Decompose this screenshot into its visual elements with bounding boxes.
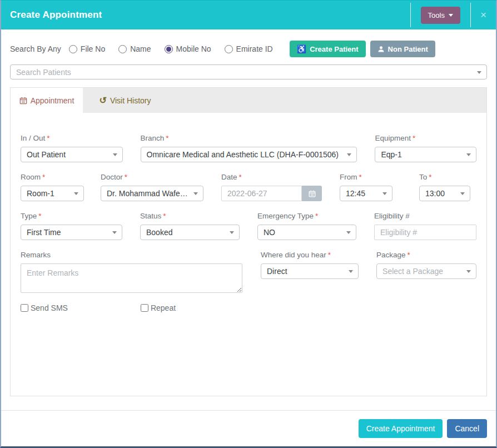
status-label: Status* bbox=[140, 212, 240, 220]
tab-appointment-label: Appointment bbox=[31, 96, 74, 105]
to-time-value: 13:00 bbox=[425, 189, 445, 198]
room-select[interactable]: Room-1 bbox=[21, 186, 84, 201]
eligibility-input[interactable] bbox=[374, 225, 476, 240]
chevron-down-icon bbox=[349, 270, 353, 273]
send-sms-checkbox-input[interactable] bbox=[21, 304, 28, 312]
radio-file-no-label: File No bbox=[81, 44, 105, 53]
emergency-type-label: Emergency Type* bbox=[257, 212, 356, 220]
create-appointment-modal: Create Appointment Tools × Search By Any… bbox=[0, 0, 497, 448]
chevron-down-icon bbox=[74, 192, 78, 195]
create-patient-button[interactable]: ♿ Create Patient bbox=[290, 41, 366, 57]
create-appointment-button[interactable]: Create Appointment bbox=[359, 419, 443, 438]
chevron-down-icon bbox=[460, 192, 465, 195]
patient-search-placeholder: Search Patients bbox=[16, 68, 71, 77]
repeat-checkbox-input[interactable] bbox=[141, 304, 148, 312]
type-label: Type* bbox=[21, 212, 122, 220]
radio-name-label: Name bbox=[130, 44, 151, 53]
where-did-you-hear-value: Direct bbox=[267, 267, 287, 276]
branch-select[interactable]: Omnicare Medical and Aesthetic LLC (DHA-… bbox=[141, 147, 357, 162]
radio-file-no-input[interactable] bbox=[69, 45, 77, 53]
create-patient-label: Create Patient bbox=[310, 45, 358, 53]
in-out-value: Out Patient bbox=[27, 150, 66, 159]
from-time-select[interactable]: 12:45 bbox=[340, 186, 392, 201]
date-label: Date* bbox=[221, 173, 322, 181]
page-title: Create Appointment bbox=[10, 9, 102, 21]
doctor-select[interactable]: Dr. Mohammad Wafeek ... bbox=[101, 186, 203, 201]
radio-emirate-id-input[interactable] bbox=[225, 45, 233, 53]
tools-button-label: Tools bbox=[428, 11, 445, 19]
radio-emirate-id[interactable]: Emirate ID bbox=[225, 44, 273, 53]
where-did-you-hear-select[interactable]: Direct bbox=[261, 263, 359, 279]
calendar-button[interactable] bbox=[302, 186, 322, 201]
appointment-form: In / Out* Out Patient Branch* Omnicare M… bbox=[10, 113, 487, 396]
chevron-down-icon bbox=[347, 153, 351, 156]
modal-header: Create Appointment Tools × bbox=[1, 1, 496, 29]
header-actions: Tools × bbox=[410, 1, 496, 29]
package-select[interactable]: Select a Package bbox=[376, 263, 476, 279]
cancel-button[interactable]: Cancel bbox=[447, 419, 487, 438]
patient-search-select[interactable]: Search Patients bbox=[10, 64, 487, 79]
radio-mobile-no-input[interactable] bbox=[165, 45, 173, 53]
calendar-icon bbox=[19, 97, 27, 104]
modal-footer: Create Appointment Cancel bbox=[1, 410, 496, 446]
radio-name-input[interactable] bbox=[118, 45, 127, 53]
radio-name[interactable]: Name bbox=[118, 44, 151, 53]
search-by-label: Search By Any bbox=[10, 44, 61, 53]
type-select[interactable]: First Time bbox=[21, 225, 122, 240]
from-time-value: 12:45 bbox=[346, 189, 365, 198]
date-group bbox=[221, 186, 322, 201]
send-sms-checkbox[interactable]: Send SMS bbox=[21, 303, 68, 312]
chevron-down-icon bbox=[193, 192, 198, 195]
remarks-textarea[interactable] bbox=[21, 263, 242, 293]
tab-visit-history[interactable]: ↺ Visit History bbox=[83, 88, 167, 113]
tab-appointment[interactable]: Appointment bbox=[11, 88, 83, 113]
wheelchair-icon: ♿ bbox=[297, 44, 306, 53]
tab-visit-history-label: Visit History bbox=[110, 96, 151, 105]
doctor-label: Doctor* bbox=[101, 173, 203, 181]
chevron-down-icon bbox=[112, 231, 117, 234]
tab-bar: Appointment ↺ Visit History bbox=[10, 87, 487, 113]
room-label: Room* bbox=[21, 173, 84, 181]
chevron-down-icon bbox=[382, 192, 387, 195]
send-sms-label: Send SMS bbox=[31, 303, 68, 312]
radio-file-no[interactable]: File No bbox=[69, 44, 105, 53]
non-patient-label: Non Patient bbox=[388, 45, 428, 53]
chevron-down-icon bbox=[466, 153, 471, 156]
date-input[interactable] bbox=[221, 186, 302, 201]
chevron-down-icon bbox=[230, 231, 234, 234]
emergency-type-value: NO bbox=[264, 228, 275, 237]
doctor-value: Dr. Mohammad Wafeek ... bbox=[107, 189, 188, 198]
to-label: To* bbox=[419, 173, 470, 181]
search-by-row: Search By Any File No Name Mobile No Emi… bbox=[10, 41, 487, 57]
status-value: Booked bbox=[146, 228, 172, 237]
repeat-checkbox[interactable]: Repeat bbox=[141, 303, 176, 312]
equipment-value: Eqp-1 bbox=[381, 150, 401, 159]
header-divider bbox=[410, 3, 411, 27]
tools-button[interactable]: Tools bbox=[421, 7, 460, 24]
equipment-label: Equipment* bbox=[375, 134, 476, 142]
history-icon: ↺ bbox=[99, 95, 106, 106]
radio-mobile-no[interactable]: Mobile No bbox=[165, 44, 211, 53]
equipment-select[interactable]: Eqp-1 bbox=[375, 147, 476, 162]
emergency-type-select[interactable]: NO bbox=[257, 225, 356, 240]
in-out-select[interactable]: Out Patient bbox=[21, 147, 123, 162]
non-patient-button[interactable]: Non Patient bbox=[370, 41, 435, 57]
package-placeholder: Select a Package bbox=[382, 267, 443, 276]
remarks-label: Remarks bbox=[21, 251, 242, 259]
radio-mobile-no-label: Mobile No bbox=[176, 44, 211, 53]
close-icon[interactable]: × bbox=[471, 9, 496, 21]
branch-label: Branch* bbox=[141, 134, 357, 142]
chevron-down-icon bbox=[346, 231, 351, 234]
chevron-down-icon bbox=[477, 71, 481, 74]
from-label: From* bbox=[340, 173, 392, 181]
chevron-down-icon bbox=[113, 153, 117, 156]
chevron-down-icon bbox=[449, 14, 453, 17]
radio-emirate-id-label: Emirate ID bbox=[236, 44, 273, 53]
room-value: Room-1 bbox=[27, 189, 54, 198]
type-value: First Time bbox=[27, 228, 61, 237]
status-select[interactable]: Booked bbox=[140, 225, 240, 240]
to-time-select[interactable]: 13:00 bbox=[419, 186, 470, 201]
person-icon bbox=[377, 46, 385, 53]
where-did-you-hear-label: Where did you hear* bbox=[261, 251, 359, 259]
eligibility-label: Eligibility # bbox=[374, 212, 476, 220]
